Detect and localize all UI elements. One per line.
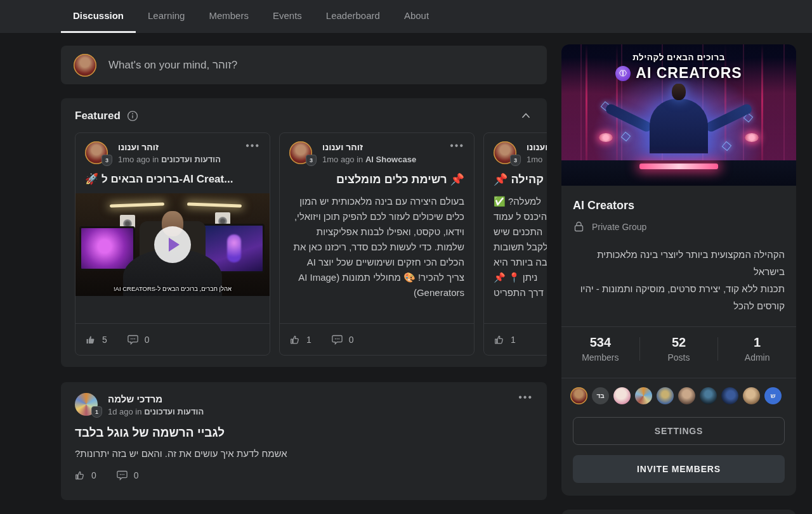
- member-avatar[interactable]: [721, 387, 738, 404]
- comment-icon[interactable]: [332, 334, 343, 345]
- like-icon[interactable]: [290, 335, 300, 345]
- like-count: 5: [102, 335, 107, 345]
- member-avatar[interactable]: [743, 387, 760, 404]
- card-footer: 5 0: [75, 323, 270, 355]
- invite-members-button[interactable]: INVITE MEMBERS: [573, 455, 785, 483]
- like-icon[interactable]: [494, 335, 504, 345]
- video-thumbnail[interactable]: אהלן חברים, ברוכים הבאים ל-AI CREATORS!: [75, 193, 270, 296]
- post-menu-icon[interactable]: •••: [246, 140, 260, 151]
- tab-about[interactable]: About: [392, 0, 441, 33]
- avatar[interactable]: 3: [85, 141, 108, 164]
- glowing-keyboard: [639, 164, 718, 169]
- level-badge: 3: [510, 155, 521, 166]
- like-icon-filled[interactable]: [86, 335, 96, 345]
- post-title[interactable]: 🚀 ברוכים הבאים ל-AI Creat...: [85, 172, 260, 186]
- member-avatar[interactable]: [678, 387, 695, 404]
- figure-hand: [599, 133, 613, 142]
- group-info: AI Creators Private Group הקהילה המקצועי…: [561, 186, 796, 314]
- settings-button[interactable]: SETTINGS: [573, 417, 785, 445]
- group-stats: 534 Members 52 Posts 1 Admin: [561, 326, 796, 370]
- info-icon[interactable]: [127, 110, 138, 122]
- comment-count: 0: [349, 335, 354, 345]
- like-count: 1: [511, 335, 516, 345]
- avatar[interactable]: 3: [494, 141, 516, 164]
- privacy-label: Private Group: [592, 222, 646, 232]
- nav-tabs: Discussion Learning Members Events Leade…: [0, 0, 812, 33]
- figure-head: [672, 84, 686, 100]
- video-caption: אהלן חברים, ברוכים הבאים ל-AI CREATORS!: [75, 285, 270, 292]
- tab-discussion[interactable]: Discussion: [61, 0, 136, 33]
- body-line: דרך התפריט: [494, 285, 547, 300]
- body-line: היכנס ל עמוד: [494, 209, 547, 224]
- group-banner-image: ברוכים הבאים לקהילת AI CREATORS: [561, 44, 796, 186]
- body-line: בה ביותר היא: [494, 255, 547, 270]
- like-icon[interactable]: [75, 470, 85, 480]
- card-footer: 1 0: [280, 323, 474, 355]
- member-avatar[interactable]: ש: [764, 387, 782, 404]
- tab-leaderboard[interactable]: Leaderboard: [314, 0, 392, 33]
- post-title[interactable]: 📌 רשימת כלים מומלצים: [289, 172, 464, 186]
- group-card: ברוכים הבאים לקהילת AI CREATORS AI Creat…: [561, 44, 796, 496]
- body-line: ניתן 📍 📌: [494, 270, 547, 285]
- stat-admins: 1 Admin: [718, 335, 796, 363]
- level-badge: 1: [91, 406, 102, 418]
- post-body: אשמח לדעת איך עושים את זה. והאם יש בזה י…: [75, 448, 533, 459]
- featured-card-community-clipped[interactable]: 3 וענונו 1mo קהילה 📌 למעלה? ✅ היכנס ל עמ…: [483, 132, 547, 356]
- current-user-avatar[interactable]: [74, 54, 96, 77]
- post-title[interactable]: קהילה 📌: [494, 172, 547, 186]
- author-name[interactable]: וענונו: [527, 142, 547, 152]
- avatar[interactable]: 3: [289, 141, 312, 164]
- meta-category[interactable]: הודעות ועדכונים: [161, 155, 221, 164]
- stat-label: Admin: [718, 352, 796, 363]
- comment-count: 0: [145, 335, 150, 345]
- feed-post[interactable]: 1 מרדכי שלמה 1d ago in הודעות ועדכונים •…: [61, 382, 547, 500]
- featured-section: Featured 3 זוהר וענונו 1mo: [61, 98, 547, 367]
- meta-category[interactable]: AI Showcase: [365, 155, 416, 164]
- group-actions: SETTINGS INVITE MEMBERS: [561, 413, 796, 496]
- leaderboard-card: Leaderboard (30-days): [561, 510, 796, 514]
- tab-learning[interactable]: Learning: [136, 0, 197, 33]
- group-description: הקהילה המקצועית ביותר ליוצרי בינה מלאכות…: [573, 246, 785, 314]
- brain-icon: [615, 66, 631, 81]
- featured-title: Featured: [75, 110, 121, 122]
- comment-icon[interactable]: [128, 334, 138, 345]
- play-button-icon[interactable]: [154, 226, 191, 263]
- author-name[interactable]: זוהר וענונו: [322, 142, 416, 152]
- featured-card-tools[interactable]: 3 זוהר וענונו 1mo ago in AI Showcase •••…: [279, 132, 475, 356]
- member-avatar[interactable]: [700, 387, 717, 404]
- tab-events[interactable]: Events: [261, 0, 314, 33]
- comment-icon[interactable]: [117, 470, 128, 480]
- avatar[interactable]: 1: [75, 393, 98, 416]
- member-avatar[interactable]: [613, 387, 631, 404]
- feed-column: What's on your mind, זוהר? Featured 3: [61, 46, 547, 500]
- group-sidebar: ברוכים הבאים לקהילת AI CREATORS AI Creat…: [561, 44, 796, 514]
- stat-members: 534 Members: [561, 335, 639, 363]
- level-badge: 3: [306, 155, 317, 166]
- meta-category[interactable]: הודעות ועדכונים: [144, 407, 204, 416]
- featured-cards-row: 3 זוהר וענונו 1mo ago in הודעות ועדכונים…: [75, 132, 547, 356]
- post-meta: 1d ago in הודעות ועדכונים: [108, 407, 204, 416]
- post-title[interactable]: לגביי הרשמה של גוגל בלבד: [75, 426, 533, 440]
- like-count: 0: [91, 470, 96, 480]
- featured-card-welcome[interactable]: 3 זוהר וענונו 1mo ago in הודעות ועדכונים…: [75, 132, 270, 356]
- chevron-up-icon[interactable]: [520, 110, 532, 121]
- member-avatar[interactable]: בד: [592, 387, 609, 404]
- post-composer[interactable]: What's on your mind, זוהר?: [61, 46, 547, 84]
- description-line: תכנות ללא קוד, יצירת סרטים, מוסיקה ותמונ…: [573, 280, 785, 314]
- group-privacy: Private Group: [573, 221, 785, 233]
- composer-prompt: What's on your mind, זוהר?: [108, 59, 237, 72]
- post-menu-icon[interactable]: •••: [518, 392, 533, 403]
- lock-icon: [573, 221, 585, 233]
- member-avatar[interactable]: [570, 387, 587, 404]
- stat-value: 1: [718, 335, 796, 350]
- member-avatar[interactable]: [657, 387, 674, 404]
- author-name[interactable]: מרדכי שלמה: [108, 394, 204, 404]
- stat-label: Posts: [640, 352, 718, 363]
- member-avatar[interactable]: [635, 387, 652, 404]
- comment-count: 0: [134, 470, 139, 480]
- post-menu-icon[interactable]: •••: [450, 140, 464, 151]
- featured-header: Featured: [61, 110, 547, 122]
- author-name[interactable]: זוהר וענונו: [118, 142, 221, 152]
- stat-value: 534: [561, 335, 639, 350]
- tab-members[interactable]: Members: [197, 0, 261, 33]
